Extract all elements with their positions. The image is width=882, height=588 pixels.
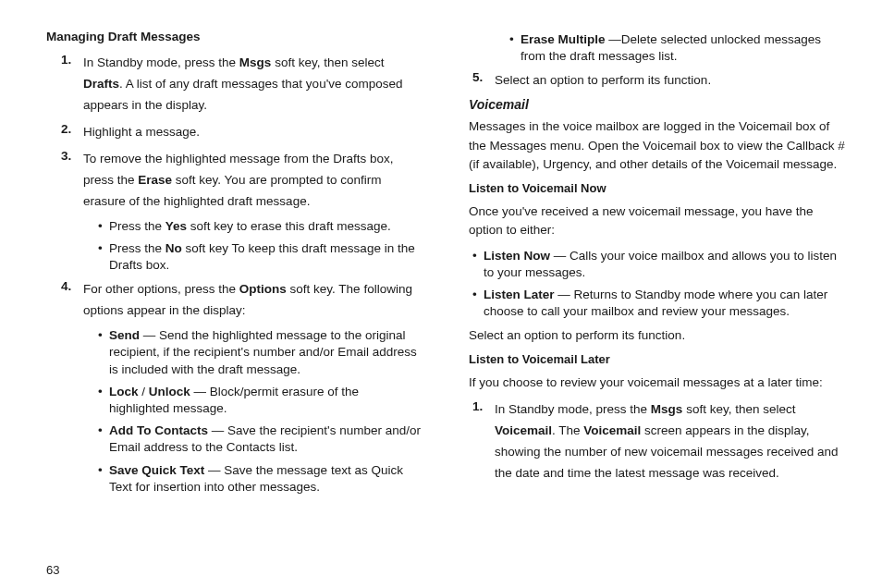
bullet-icon: • xyxy=(472,248,484,281)
bullet-text: Listen Later — Returns to Standby mode w… xyxy=(484,287,845,320)
step-text: For other options, press the Options sof… xyxy=(83,279,423,322)
draft-steps-cont2: 5. Select an option to perform its funct… xyxy=(472,70,845,92)
t: . A list of any draft messages that you'… xyxy=(83,77,403,112)
left-column: Managing Draft Messages 1. In Standby mo… xyxy=(46,28,446,579)
page-number: 63 xyxy=(46,563,59,577)
right-column: • Erase Multiple —Delete selected unlock… xyxy=(446,28,845,579)
heading-voicemail: Voicemail xyxy=(469,97,845,112)
t: In Standby mode, press the xyxy=(83,55,239,69)
step-text: In Standby mode, press the Msgs soft key… xyxy=(495,399,845,484)
list-item: • Press the Yes soft key to erase this d… xyxy=(98,218,423,235)
t: / xyxy=(139,385,149,398)
heading-listen-now: Listen to Voicemail Now xyxy=(469,181,845,195)
b: Listen Later xyxy=(484,288,555,301)
list-item: • Erase Multiple —Delete selected unlock… xyxy=(509,31,845,65)
b: Unlock xyxy=(149,385,190,398)
step-3: 3. To remove the highlighted message fro… xyxy=(61,149,423,213)
step-5: 5. Select an option to perform its funct… xyxy=(472,70,845,92)
step3-bullets: • Press the Yes soft key to erase this d… xyxy=(98,218,423,275)
b: Erase xyxy=(138,173,172,187)
page: Managing Draft Messages 1. In Standby mo… xyxy=(0,0,882,588)
heading-managing-drafts: Managing Draft Messages xyxy=(46,30,423,43)
step4-bullets-cont: • Erase Multiple —Delete selected unlock… xyxy=(509,31,845,65)
b: Save Quick Text xyxy=(109,463,204,477)
t: — Send the highlighted message to the or… xyxy=(109,328,417,375)
b: Add To Contacts xyxy=(109,423,208,437)
t: Press the xyxy=(109,241,165,255)
listen-after: Select an option to perform its function… xyxy=(469,326,845,345)
b: Options xyxy=(239,282,287,296)
draft-steps-cont: 4. For other options, press the Options … xyxy=(61,279,423,322)
bullet-text: Save Quick Text — Save the message text … xyxy=(109,462,423,496)
bullet-icon: • xyxy=(509,31,521,65)
list-item: • Save Quick Text — Save the message tex… xyxy=(98,462,423,496)
bullet-icon: • xyxy=(98,423,109,456)
step-text: Select an option to perform its function… xyxy=(495,70,845,92)
b: Msgs xyxy=(651,402,683,416)
list-item: • Listen Later — Returns to Standby mode… xyxy=(472,287,845,320)
list-item: • Add To Contacts — Save the recipient's… xyxy=(98,423,423,456)
bullet-icon: • xyxy=(98,218,109,235)
b: Listen Now xyxy=(484,249,550,263)
listen-bullets: • Listen Now — Calls your voice mailbox … xyxy=(472,248,845,321)
step-number: 2. xyxy=(61,122,83,143)
voicemail-intro: Messages in the voice mailbox are logged… xyxy=(469,117,845,174)
step-1: 1. In Standby mode, press the Msgs soft … xyxy=(61,53,423,116)
b: Erase Multiple xyxy=(521,32,606,46)
heading-listen-later: Listen to Voicemail Later xyxy=(469,352,845,366)
step-number: 1. xyxy=(472,399,495,484)
bullet-text: Erase Multiple —Delete selected unlocked… xyxy=(521,31,845,65)
list-item: • Send — Send the highlighted message to… xyxy=(98,327,423,378)
b: Drafts xyxy=(83,77,119,91)
later-step-1: 1. In Standby mode, press the Msgs soft … xyxy=(472,399,845,484)
t: soft key to erase this draft message. xyxy=(187,219,391,233)
b: Send xyxy=(109,328,140,342)
step-number: 5. xyxy=(472,70,495,92)
later-steps: 1. In Standby mode, press the Msgs soft … xyxy=(472,399,845,484)
bullet-icon: • xyxy=(472,287,484,320)
list-item: • Lock / Unlock — Block/permit erasure o… xyxy=(98,384,423,417)
b: Yes xyxy=(165,219,187,233)
bullet-text: Send — Send the highlighted message to t… xyxy=(109,327,423,378)
t: In Standby mode, press the xyxy=(495,402,651,416)
listen-now-intro: Once you've received a new voicemail mes… xyxy=(469,202,845,240)
bullet-text: Press the Yes soft key to erase this dra… xyxy=(109,218,423,235)
t: For other options, press the xyxy=(83,282,239,296)
b: Voicemail xyxy=(583,423,641,437)
bullet-icon: • xyxy=(98,240,109,274)
list-item: • Listen Now — Calls your voice mailbox … xyxy=(472,248,845,281)
bullet-text: Press the No soft key To keep this draft… xyxy=(109,240,423,274)
bullet-icon: • xyxy=(98,327,109,378)
bullet-text: Listen Now — Calls your voice mailbox an… xyxy=(484,248,845,281)
b: Lock xyxy=(109,385,139,398)
step-4: 4. For other options, press the Options … xyxy=(61,279,423,322)
step-text: In Standby mode, press the Msgs soft key… xyxy=(83,53,423,116)
step-number: 1. xyxy=(61,53,83,116)
step4-bullets: • Send — Send the highlighted message to… xyxy=(98,327,423,496)
list-item: • Press the No soft key To keep this dra… xyxy=(98,240,423,274)
b: Msgs xyxy=(239,55,272,69)
t: . The xyxy=(552,423,583,437)
bullet-icon: • xyxy=(98,384,109,417)
bullet-icon: • xyxy=(98,462,109,496)
step-number: 4. xyxy=(61,279,83,322)
t: soft key, then select xyxy=(682,402,795,416)
b: Voicemail xyxy=(495,423,552,437)
t: Press the xyxy=(109,219,165,233)
bullet-text: Lock / Unlock — Block/permit erasure of … xyxy=(109,384,423,417)
draft-steps: 1. In Standby mode, press the Msgs soft … xyxy=(61,53,423,213)
t: soft key, then select xyxy=(271,55,384,69)
step-text: Highlight a message. xyxy=(83,122,423,143)
step-number: 3. xyxy=(61,149,83,213)
step-text: To remove the highlighted message from t… xyxy=(83,149,423,213)
b: No xyxy=(165,241,182,255)
bullet-text: Add To Contacts — Save the recipient's n… xyxy=(109,423,423,456)
step-2: 2. Highlight a message. xyxy=(61,122,423,143)
listen-later-intro: If you choose to review your voicemail m… xyxy=(469,374,845,392)
